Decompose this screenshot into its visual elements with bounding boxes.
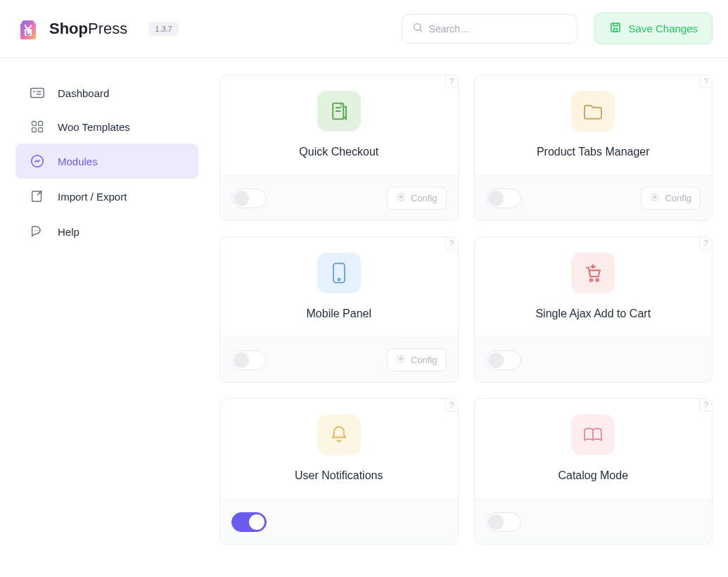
module-toggle[interactable] bbox=[231, 350, 267, 370]
module-title: Single Ajax Add to Cart bbox=[535, 307, 651, 320]
help-icon[interactable]: ? bbox=[445, 75, 458, 88]
svg-point-15 bbox=[37, 229, 38, 230]
module-toggle[interactable] bbox=[486, 189, 521, 208]
modules-grid: ? $ Quick Checkout Config bbox=[219, 75, 713, 545]
help-icon bbox=[30, 224, 45, 239]
modules-icon bbox=[30, 153, 45, 169]
sidebar-item-label: Woo Templates bbox=[58, 121, 130, 133]
svg-rect-4 bbox=[31, 89, 44, 98]
module-toggle[interactable] bbox=[486, 350, 521, 370]
module-card-quick-checkout: ? $ Quick Checkout Config bbox=[219, 75, 459, 221]
save-changes-button[interactable]: Save Changes bbox=[594, 13, 713, 44]
svg-point-25 bbox=[596, 279, 599, 281]
brand: ShopPress 1.3.7 bbox=[15, 16, 179, 42]
sidebar-item-label: Help bbox=[58, 226, 79, 238]
save-button-label: Save Changes bbox=[629, 23, 698, 34]
svg-point-5 bbox=[33, 91, 34, 92]
dashboard-icon bbox=[30, 86, 45, 100]
brand-name: ShopPress bbox=[49, 20, 127, 38]
sidebar-item-templates[interactable]: Woo Templates bbox=[15, 110, 198, 144]
sidebar-item-modules[interactable]: Modules bbox=[15, 144, 198, 179]
config-button[interactable]: Config bbox=[641, 186, 701, 210]
module-card-ajax-cart: ? Single Ajax Add to Cart bbox=[474, 236, 713, 383]
svg-rect-9 bbox=[39, 122, 43, 126]
version-badge: 1.3.7 bbox=[148, 22, 178, 36]
module-card-product-tabs: ? Product Tabs Manager Co bbox=[474, 75, 713, 221]
config-button[interactable]: Config bbox=[387, 348, 447, 372]
help-icon[interactable]: ? bbox=[699, 399, 712, 412]
import-export-icon bbox=[30, 189, 45, 204]
search-icon bbox=[412, 22, 423, 36]
help-icon[interactable]: ? bbox=[699, 237, 712, 250]
gear-icon bbox=[650, 192, 660, 204]
search-input-wrap[interactable] bbox=[402, 14, 577, 44]
svg-point-1 bbox=[414, 23, 420, 30]
module-card-mobile-panel: ? Mobile Panel Config bbox=[219, 236, 459, 383]
svg-point-20 bbox=[654, 196, 657, 198]
svg-point-22 bbox=[338, 279, 340, 281]
module-title: Quick Checkout bbox=[299, 146, 378, 158]
svg-text:$: $ bbox=[340, 103, 343, 108]
save-icon bbox=[609, 21, 622, 36]
svg-point-19 bbox=[400, 196, 402, 198]
module-toggle[interactable] bbox=[486, 512, 521, 532]
module-title: Product Tabs Manager bbox=[537, 146, 650, 158]
svg-rect-3 bbox=[611, 23, 620, 32]
module-title: User Notifications bbox=[295, 469, 383, 482]
config-label: Config bbox=[411, 355, 438, 365]
svg-rect-21 bbox=[333, 263, 345, 282]
templates-icon bbox=[30, 120, 45, 134]
sidebar-item-label: Import / Export bbox=[58, 191, 127, 203]
header: ShopPress 1.3.7 Save Changes bbox=[0, 0, 728, 58]
svg-rect-10 bbox=[32, 128, 37, 132]
svg-point-14 bbox=[35, 229, 36, 230]
help-icon[interactable]: ? bbox=[445, 237, 458, 250]
sidebar-item-label: Modules bbox=[58, 156, 98, 167]
sidebar-item-import-export[interactable]: Import / Export bbox=[15, 179, 198, 214]
svg-point-16 bbox=[40, 229, 41, 230]
search-input[interactable] bbox=[429, 23, 567, 34]
svg-point-23 bbox=[400, 357, 402, 360]
phone-icon bbox=[317, 253, 361, 293]
svg-rect-8 bbox=[32, 122, 37, 126]
module-card-notifications: ? User Notifications bbox=[219, 398, 459, 545]
help-icon[interactable]: ? bbox=[699, 75, 712, 88]
sidebar-item-dashboard[interactable]: Dashboard bbox=[15, 76, 198, 110]
sidebar-item-help[interactable]: Help bbox=[15, 214, 198, 249]
sidebar: Dashboard Woo Templates Modules bbox=[15, 75, 198, 545]
module-title: Mobile Panel bbox=[307, 307, 372, 320]
receipt-icon: $ bbox=[317, 91, 361, 132]
module-toggle[interactable] bbox=[231, 189, 267, 208]
gear-icon bbox=[396, 192, 406, 204]
module-card-catalog-mode: ? Catalog Mode bbox=[474, 398, 713, 545]
svg-point-24 bbox=[590, 279, 593, 281]
module-title: Catalog Mode bbox=[558, 469, 628, 482]
cart-icon bbox=[571, 253, 615, 293]
config-label: Config bbox=[411, 193, 438, 203]
gear-icon bbox=[396, 354, 406, 366]
brand-name-light: Press bbox=[88, 20, 127, 37]
module-toggle[interactable] bbox=[231, 512, 267, 532]
folder-icon bbox=[571, 91, 615, 132]
sidebar-item-label: Dashboard bbox=[58, 87, 109, 99]
svg-rect-11 bbox=[39, 128, 43, 132]
config-button[interactable]: Config bbox=[387, 186, 447, 210]
brand-name-strong: Shop bbox=[49, 20, 88, 37]
config-label: Config bbox=[665, 193, 691, 203]
content: ? $ Quick Checkout Config bbox=[219, 75, 713, 545]
bell-icon bbox=[317, 414, 361, 455]
brand-logo-icon bbox=[15, 16, 41, 42]
book-icon bbox=[571, 414, 615, 455]
help-icon[interactable]: ? bbox=[445, 399, 458, 412]
svg-line-2 bbox=[420, 30, 422, 32]
